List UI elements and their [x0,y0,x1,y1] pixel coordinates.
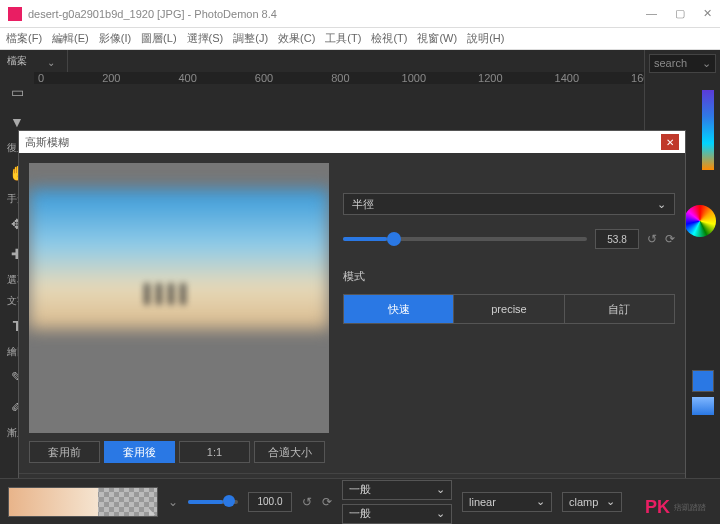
menu-window[interactable]: 視窗(W) [417,31,457,46]
radius-slider[interactable] [343,237,587,241]
app-icon [8,7,22,21]
gradient-wrap[interactable]: clamp⌄ [562,492,622,512]
mode-custom[interactable]: 自訂 [565,295,674,323]
watermark-logo: PK [645,497,670,518]
stepper-icon[interactable]: ⟳ [322,495,332,509]
dialog-titlebar: 高斯模糊 ✕ [19,131,685,153]
menu-bar: 檔案(F) 編輯(E) 影像(I) 圖層(L) 選擇(S) 調整(J) 效果(C… [0,28,720,50]
reset-icon[interactable]: ↺ [302,495,312,509]
effect-preview [29,163,329,433]
color-strip[interactable] [702,90,714,170]
chevron-down-icon: ⌄ [436,483,445,496]
open-icon[interactable]: ▭ [7,82,27,102]
gradient-swatch[interactable] [692,397,714,415]
mode-precise[interactable]: precise [454,295,564,323]
foreground-swatch[interactable] [692,370,714,392]
parameter-dropdown[interactable]: 半徑 ⌄ [343,193,675,215]
blend-mode-2[interactable]: 一般⌄ [342,504,452,524]
chevron-down-icon: ⌄ [536,495,545,508]
chevron-down-icon: ⌄ [702,57,711,70]
reset-icon[interactable]: ↺ [647,232,657,246]
window-titlebar: desert-g0a2901b9d_1920 [JPG] - PhotoDemo… [0,0,720,28]
preview-tab-fit[interactable]: 合適大小 [254,441,325,463]
menu-help[interactable]: 說明(H) [467,31,504,46]
opacity-slider[interactable] [188,500,238,504]
search-field[interactable]: search ⌄ [649,54,716,73]
search-placeholder: search [654,57,687,70]
gradient-preview[interactable] [8,487,158,517]
horizontal-ruler: 0 200 400 600 800 1000 1200 1400 1600 18… [34,72,644,84]
color-wheel-icon[interactable] [684,205,716,237]
watermark-tagline: 痞凱踏踏 [674,502,706,513]
menu-effect[interactable]: 效果(C) [278,31,315,46]
preview-tab-after[interactable]: 套用後 [104,441,175,463]
window-title: desert-g0a2901b9d_1920 [JPG] - PhotoDemo… [28,8,646,20]
menu-adjust[interactable]: 調整(J) [233,31,268,46]
menu-layer[interactable]: 圖層(L) [141,31,176,46]
close-button[interactable]: ✕ [703,7,712,20]
menu-image[interactable]: 影像(I) [99,31,131,46]
menu-select[interactable]: 選擇(S) [187,31,224,46]
minimize-button[interactable]: — [646,7,657,20]
menu-tool[interactable]: 工具(T) [325,31,361,46]
chevron-down-icon: ⌄ [657,198,666,211]
dialog-close-button[interactable]: ✕ [661,134,679,150]
radius-value[interactable]: 53.8 [595,229,639,249]
parameter-label: 半徑 [352,197,374,212]
dialog-title-text: 高斯模糊 [25,135,69,150]
opacity-value[interactable]: 100.0 [248,492,292,512]
menu-file[interactable]: 檔案(F) [6,31,42,46]
preview-tab-before[interactable]: 套用前 [29,441,100,463]
left-rail-title: 檔案 [7,54,27,68]
chevron-down-icon[interactable]: ⌄ [168,495,178,509]
gradient-shape[interactable]: linear⌄ [462,492,552,512]
maximize-button[interactable]: ▢ [675,7,685,20]
mode-segmented: 快速 precise 自訂 [343,294,675,324]
menu-view[interactable]: 檢視(T) [371,31,407,46]
watermark: PK 痞凱踏踏 [645,497,706,518]
save-icon[interactable]: ▼ [7,112,27,132]
menu-edit[interactable]: 編輯(E) [52,31,89,46]
chevron-down-icon: ⌄ [436,507,445,520]
file-tab-collapse[interactable]: ⌄ [34,50,68,74]
tool-options-bar: ⌄ 100.0 ↺ ⟳ 一般⌄ 一般⌄ linear⌄ clamp⌄ PK 痞凱… [0,478,720,524]
blend-mode-1[interactable]: 一般⌄ [342,480,452,500]
mode-label: 模式 [343,269,675,284]
gaussian-blur-dialog: 高斯模糊 ✕ 套用前 套用後 1:1 合適大小 [18,130,686,512]
stepper-icon[interactable]: ⟳ [665,232,675,246]
mode-fast[interactable]: 快速 [344,295,454,323]
chevron-down-icon: ⌄ [606,495,615,508]
preview-tab-1to1[interactable]: 1:1 [179,441,250,463]
